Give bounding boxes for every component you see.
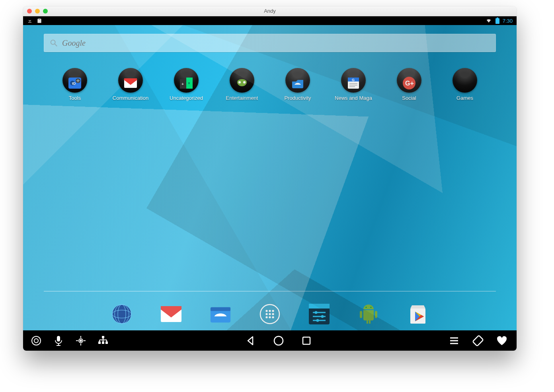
svg-point-39 <box>272 316 274 318</box>
svg-point-49 <box>370 307 371 308</box>
folder-social[interactable]: G+ Social <box>385 68 433 101</box>
svg-rect-19 <box>349 86 355 87</box>
svg-point-48 <box>365 307 367 308</box>
folder-communication[interactable]: Communication <box>107 68 154 101</box>
nav-home-button[interactable] <box>273 335 285 347</box>
svg-point-0 <box>51 40 55 45</box>
search-placeholder: Google <box>62 39 86 48</box>
folder-label: Social <box>402 95 416 101</box>
window-title: Andy <box>23 8 517 14</box>
folder-games[interactable]: Games <box>441 68 489 101</box>
svg-rect-7 <box>180 79 186 89</box>
folder-uncategorized[interactable]: +× Uncategorized <box>162 68 210 101</box>
svg-rect-28 <box>211 307 230 311</box>
menu-button[interactable] <box>448 335 460 347</box>
svg-rect-40 <box>309 304 330 324</box>
folder-label: Tools <box>69 95 81 101</box>
favorite-button[interactable] <box>496 335 508 347</box>
svg-rect-63 <box>98 342 101 344</box>
folder-entertainment[interactable]: Entertainment <box>218 68 266 101</box>
download-icon <box>27 18 33 23</box>
folder-productivity[interactable]: ES Productivity <box>274 68 322 101</box>
svg-rect-62 <box>102 336 104 338</box>
home-screen[interactable]: Google ID Tools Communication <box>23 25 517 330</box>
svg-point-35 <box>269 313 271 315</box>
svg-rect-8 <box>186 78 193 89</box>
svg-rect-18 <box>349 85 357 85</box>
svg-point-12 <box>243 81 246 83</box>
google-search-widget[interactable]: Google <box>44 34 496 52</box>
svg-text:ES: ES <box>216 316 222 321</box>
svg-rect-64 <box>102 342 104 344</box>
svg-rect-14 <box>348 78 359 89</box>
svg-point-23 <box>112 305 131 324</box>
svg-point-47 <box>316 319 319 322</box>
svg-text:ES: ES <box>295 84 300 88</box>
nav-back-button[interactable] <box>245 335 257 347</box>
svg-text:G: G <box>352 78 355 82</box>
microphone-button[interactable] <box>53 335 64 347</box>
settings-app[interactable] <box>308 303 330 325</box>
es-file-explorer-app[interactable]: ES <box>210 303 231 325</box>
svg-point-38 <box>269 316 271 318</box>
svg-point-34 <box>265 313 267 315</box>
svg-point-45 <box>315 311 318 314</box>
svg-point-46 <box>321 315 324 318</box>
svg-rect-27 <box>161 306 181 322</box>
svg-point-26 <box>115 305 129 324</box>
svg-point-3 <box>70 81 75 85</box>
svg-text:ID: ID <box>72 82 76 85</box>
svg-rect-41 <box>309 304 330 309</box>
dock: ES <box>23 303 517 325</box>
svg-point-24 <box>112 310 131 318</box>
svg-rect-65 <box>105 342 108 344</box>
svg-rect-75 <box>473 336 484 346</box>
android-app[interactable] <box>358 303 379 325</box>
location-button[interactable] <box>75 335 87 347</box>
folder-news[interactable]: G News and Maga <box>330 68 377 101</box>
svg-text:+: + <box>181 82 184 86</box>
svg-point-5 <box>76 78 80 83</box>
svg-point-32 <box>269 310 271 312</box>
svg-point-20 <box>403 77 416 89</box>
svg-point-52 <box>34 339 38 343</box>
folder-label: News and Maga <box>335 95 372 101</box>
svg-point-70 <box>274 336 283 345</box>
gmail-app[interactable] <box>160 303 182 325</box>
nav-recent-button[interactable] <box>300 335 312 347</box>
svg-text:×: × <box>188 81 190 85</box>
play-store-app[interactable] <box>407 303 429 325</box>
battery-icon <box>495 17 499 24</box>
keymap-button[interactable] <box>97 335 109 347</box>
folder-label: Games <box>456 95 473 101</box>
svg-rect-15 <box>348 78 359 82</box>
svg-point-51 <box>32 336 41 345</box>
wifi-icon <box>485 18 492 23</box>
camera-button[interactable] <box>30 335 42 347</box>
dock-divider <box>44 291 496 291</box>
folder-label: Communication <box>113 95 148 101</box>
svg-rect-50 <box>410 309 425 324</box>
svg-point-30 <box>260 305 279 324</box>
search-icon <box>49 39 58 47</box>
svg-point-61 <box>80 340 82 342</box>
svg-point-22 <box>112 305 131 324</box>
android-nav-bar <box>23 330 517 351</box>
app-drawer-button[interactable] <box>259 303 281 325</box>
svg-point-11 <box>238 81 241 83</box>
home-folders-row: ID Tools Communication +× Uncategorized <box>51 68 489 101</box>
rotate-button[interactable] <box>472 335 484 347</box>
svg-rect-17 <box>349 83 357 84</box>
svg-rect-71 <box>303 337 310 344</box>
svg-rect-6 <box>124 78 137 88</box>
android-status-bar[interactable]: 7:30 <box>23 16 517 25</box>
folder-label: Productivity <box>284 95 311 101</box>
svg-point-36 <box>272 313 274 315</box>
svg-point-31 <box>265 310 267 312</box>
svg-text:G+: G+ <box>405 80 414 87</box>
folder-label: Entertainment <box>226 95 258 101</box>
svg-rect-2 <box>68 78 81 89</box>
folder-tools[interactable]: ID Tools <box>51 68 99 101</box>
browser-app[interactable] <box>111 303 133 325</box>
svg-point-25 <box>118 305 126 324</box>
